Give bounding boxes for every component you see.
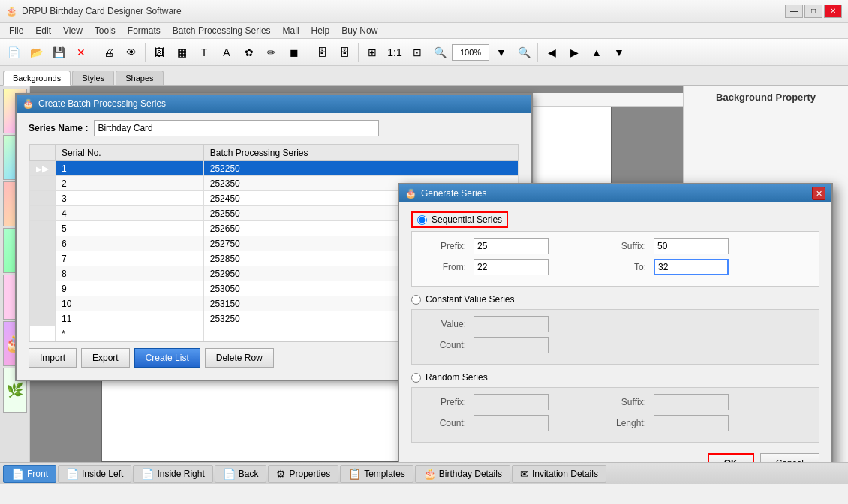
zoom-input[interactable]: 100% [452, 44, 489, 61]
add-indicator: * [56, 326, 204, 341]
row-value: 252250 [203, 161, 518, 176]
table-button[interactable]: ⊞ [362, 42, 383, 63]
shape-button[interactable]: ◼ [284, 42, 305, 63]
app-icon: 🎂 [6, 6, 17, 16]
up-button[interactable]: ▲ [586, 42, 607, 63]
row-serial: 5 [56, 221, 204, 236]
seq-prefix-input[interactable] [474, 238, 549, 254]
fit-button[interactable]: ⊡ [407, 42, 428, 63]
rand-count-label: Count: [421, 418, 466, 428]
random-section: Random Series Prefix: Suffix: Count: Len… [411, 372, 819, 442]
menu-batch[interactable]: Batch Processing Series [167, 24, 277, 38]
random-radio[interactable] [411, 373, 421, 382]
rand-prefix-label: Prefix: [421, 397, 466, 407]
zoom-out-button[interactable]: 🔍 [513, 42, 534, 63]
new-button[interactable]: 📄 [3, 42, 24, 63]
suffix-label: Suffix: [601, 241, 646, 251]
maximize-button[interactable]: □ [804, 4, 822, 18]
menu-file[interactable]: File [3, 24, 29, 38]
status-tab-inside-right[interactable]: 📄 Inside Right [133, 465, 212, 483]
rand-suffix-label: Suffix: [601, 397, 646, 407]
zoom-in-button[interactable]: 🔍 [429, 42, 450, 63]
status-tab-front[interactable]: 📄 Front [3, 465, 56, 483]
menu-tools[interactable]: Tools [89, 24, 122, 38]
rand-suffix-input[interactable] [654, 394, 729, 410]
series-name-input[interactable] [94, 120, 379, 136]
rand-count-input[interactable] [474, 415, 549, 431]
forward-button[interactable]: ▶ [564, 42, 585, 63]
back-button[interactable]: ◀ [541, 42, 562, 63]
random-label[interactable]: Random Series [426, 372, 488, 382]
import-button[interactable]: Import [29, 348, 77, 368]
status-tab-invitation[interactable]: ✉ Invitation Details [512, 465, 606, 483]
zoom-dropdown[interactable]: ▼ [491, 42, 512, 63]
menu-buynow[interactable]: Buy Now [335, 24, 383, 38]
birthday-icon: 🎂 [423, 468, 436, 480]
table-row[interactable]: ▶ 1 252250 [30, 161, 519, 176]
preview-button[interactable]: 👁 [121, 42, 142, 63]
rand-length-input[interactable] [654, 415, 729, 431]
tab-styles[interactable]: Styles [72, 70, 114, 85]
save-tb-button[interactable]: 💾 [48, 42, 69, 63]
gen-dialog-title-text: Generate Series [421, 188, 486, 199]
db2-button[interactable]: 🗄 [334, 42, 355, 63]
sequential-radio[interactable] [417, 215, 427, 225]
status-tab-properties[interactable]: ⚙ Properties [268, 465, 338, 483]
seq-suffix-input[interactable] [654, 238, 729, 254]
row-indicator [30, 311, 56, 326]
delete-row-button[interactable]: Delete Row [205, 348, 274, 368]
ok-button[interactable]: OK [708, 453, 754, 462]
row-serial: 1 [56, 161, 204, 176]
pencil-button[interactable]: ✏ [261, 42, 282, 63]
menu-formats[interactable]: Formats [122, 24, 167, 38]
row-serial: 4 [56, 206, 204, 221]
menu-help[interactable]: Help [305, 24, 336, 38]
down-button[interactable]: ▼ [609, 42, 630, 63]
generate-series-dialog: 🎂 Generate Series ✕ Sequential Series Pr… [398, 183, 833, 462]
row-indicator [30, 296, 56, 311]
row-serial: 8 [56, 266, 204, 281]
gen-close-button[interactable]: ✕ [812, 187, 825, 200]
tab-bar: Backgrounds Styles Shapes [0, 66, 848, 86]
minimize-button[interactable]: — [785, 4, 803, 18]
gen-dialog-icon: 🎂 [405, 188, 416, 199]
menu-view[interactable]: View [57, 24, 89, 38]
row-indicator [30, 266, 56, 281]
print-button[interactable]: 🖨 [98, 42, 119, 63]
status-tab-birthday[interactable]: 🎂 Birthday Details [415, 465, 510, 483]
menu-edit[interactable]: Edit [29, 24, 57, 38]
ratio-button[interactable]: 1:1 [384, 42, 405, 63]
value-label: Value: [421, 319, 466, 329]
menu-mail[interactable]: Mail [277, 24, 305, 38]
const-count-input[interactable] [474, 337, 549, 353]
seq-from-input[interactable] [474, 259, 549, 275]
from-label: From: [421, 262, 466, 272]
rand-prefix-input[interactable] [474, 394, 549, 410]
open-button[interactable]: 📂 [26, 42, 47, 63]
text-button[interactable]: T [194, 42, 215, 63]
cancel-button[interactable]: Cancel [760, 453, 819, 462]
row-indicator [30, 206, 56, 221]
barcode-button[interactable]: ▦ [171, 42, 192, 63]
constant-label[interactable]: Constant Value Series [426, 294, 515, 304]
status-tab-back[interactable]: 📄 Back [215, 465, 267, 483]
status-tab-inside-left[interactable]: 📄 Inside Left [58, 465, 131, 483]
clipart-button[interactable]: ✿ [239, 42, 260, 63]
constant-radio[interactable] [411, 295, 421, 304]
row-serial: 7 [56, 251, 204, 266]
status-tab-templates[interactable]: 📋 Templates [340, 465, 413, 483]
seq-to-input[interactable] [654, 259, 729, 275]
wordart-button[interactable]: A [216, 42, 237, 63]
count-label: Count: [421, 340, 466, 350]
db-button[interactable]: 🗄 [311, 42, 332, 63]
close-button[interactable]: ✕ [824, 4, 842, 18]
delete-button[interactable]: ✕ [71, 42, 92, 63]
const-value-input[interactable] [474, 316, 549, 332]
image-button[interactable]: 🖼 [149, 42, 170, 63]
create-list-button[interactable]: Create List [134, 348, 200, 368]
sequential-label[interactable]: Sequential Series [432, 214, 502, 225]
tab-shapes[interactable]: Shapes [116, 70, 163, 85]
tab-backgrounds[interactable]: Backgrounds [3, 70, 71, 86]
export-button[interactable]: Export [81, 348, 130, 368]
row-serial: 10 [56, 296, 204, 311]
